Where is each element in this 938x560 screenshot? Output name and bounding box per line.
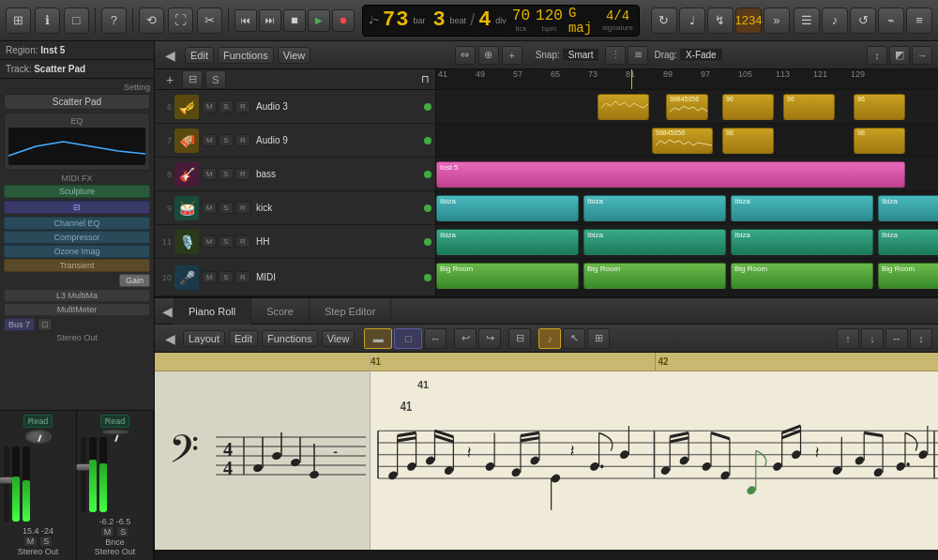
multimeter-btn[interactable]: MultIMeter bbox=[4, 303, 150, 316]
track-r-9[interactable]: R bbox=[235, 202, 250, 214]
tab-score[interactable]: Score bbox=[251, 298, 310, 325]
zoom-tool[interactable]: ◩ bbox=[889, 46, 910, 65]
waveform-tool-2[interactable]: ≋ bbox=[628, 46, 648, 65]
region-hh-1[interactable]: Big Room bbox=[436, 263, 579, 289]
region-kick-1[interactable]: Ibiza bbox=[436, 195, 579, 221]
region-teal2-3[interactable]: Ibiza bbox=[731, 229, 873, 255]
track-m-7[interactable]: M bbox=[202, 134, 217, 146]
scatter-pad-label[interactable]: Scatter Pad bbox=[4, 94, 150, 110]
transient-btn[interactable]: Transient bbox=[4, 259, 150, 272]
solo-btn-left[interactable]: S bbox=[39, 536, 53, 547]
collapse-btn[interactable]: ⊓ bbox=[421, 73, 430, 85]
region-hh-4[interactable]: Big Room bbox=[878, 263, 938, 289]
track-m-8[interactable]: M bbox=[202, 168, 217, 180]
ozone-btn[interactable]: Ozone Imag bbox=[4, 245, 150, 258]
read-mode-right[interactable]: Read bbox=[100, 415, 130, 428]
track-r-8[interactable]: R bbox=[235, 168, 250, 180]
track-m-extra[interactable]: M bbox=[202, 271, 217, 283]
master-btn[interactable]: 1234 bbox=[735, 8, 762, 34]
toolbar-icon-7[interactable]: ✂ bbox=[197, 8, 222, 34]
solo-btn-right[interactable]: S bbox=[116, 526, 129, 537]
track-name-11[interactable]: HH bbox=[253, 235, 421, 248]
editor-nav-back[interactable]: ◀ bbox=[155, 298, 174, 325]
track-name-6[interactable]: Audio 3 bbox=[253, 100, 421, 113]
region-kick-2[interactable]: Ibiza bbox=[583, 195, 726, 221]
ed-edit-menu[interactable]: Edit bbox=[229, 330, 258, 347]
track-name-9[interactable]: kick bbox=[253, 202, 421, 214]
channel-eq-btn[interactable]: Channel EQ bbox=[4, 217, 150, 230]
ed-tool-3[interactable]: ↔ bbox=[424, 328, 446, 349]
midi-tool[interactable]: ⊟ bbox=[182, 70, 203, 89]
tab-step-editor[interactable]: Step Editor bbox=[310, 298, 391, 325]
track-name-7[interactable]: Audio 9 bbox=[253, 134, 421, 146]
compressor-btn[interactable]: Compressor bbox=[4, 231, 150, 244]
move-tool[interactable]: ⊕ bbox=[478, 46, 499, 65]
region-bass-inst5[interactable]: Inst 5 bbox=[436, 161, 905, 188]
route-btn[interactable]: ⊡ bbox=[38, 318, 53, 331]
tab-piano-roll[interactable]: Piano Roll bbox=[174, 298, 251, 325]
track-name-8[interactable]: bass bbox=[253, 168, 421, 180]
track-s-extra[interactable]: S bbox=[219, 271, 234, 283]
ed-functions-menu[interactable]: Functions bbox=[262, 330, 318, 347]
track-m-9[interactable]: M bbox=[202, 202, 217, 214]
ed-view-menu[interactable]: View bbox=[322, 330, 356, 347]
drag-value[interactable]: X-Fade bbox=[679, 48, 723, 62]
transport-record[interactable]: ⏺ bbox=[332, 9, 355, 32]
scale-tool[interactable]: ⇔ bbox=[455, 46, 476, 65]
region-audio9-3[interactable]: 9E bbox=[854, 128, 905, 154]
resize-tool[interactable]: ↕ bbox=[867, 46, 887, 65]
track-s-8[interactable]: S bbox=[219, 168, 234, 180]
region-kick-4[interactable]: Ibiza bbox=[878, 195, 938, 221]
ed-tool-note[interactable]: ♪ bbox=[538, 328, 561, 349]
l3-btn[interactable]: L3 MultiMa bbox=[4, 289, 150, 302]
toolbar-icon-5[interactable]: ⟲ bbox=[139, 8, 164, 34]
sculpture-btn[interactable]: Sculpture bbox=[4, 185, 150, 198]
nav-back[interactable]: ◀ bbox=[160, 48, 179, 63]
ed-tool-redo[interactable]: ↪ bbox=[478, 328, 501, 349]
ed-tool-zoom-up[interactable]: ↑ bbox=[837, 328, 859, 349]
region-audio9-1[interactable]: 98845056 bbox=[652, 128, 713, 154]
track-name-extra[interactable]: MIDI bbox=[253, 271, 421, 283]
crosshair-tool[interactable]: + bbox=[502, 46, 522, 65]
eq-display[interactable] bbox=[8, 128, 145, 165]
region-audio3-4[interactable]: 96 bbox=[783, 94, 835, 120]
region-hh-3[interactable]: Big Room bbox=[731, 263, 873, 289]
toolbar-icon-2[interactable]: ℹ bbox=[35, 8, 60, 34]
read-mode-left[interactable]: Read bbox=[23, 415, 53, 428]
count-in-btn[interactable]: ↯ bbox=[707, 8, 734, 34]
mute-btn-right[interactable]: M bbox=[100, 526, 115, 537]
knob-left[interactable] bbox=[25, 430, 52, 444]
notes-view-btn[interactable]: ♪ bbox=[822, 8, 848, 34]
view-menu[interactable]: View bbox=[278, 47, 311, 64]
toolbar-icon-3[interactable]: □ bbox=[64, 8, 89, 34]
track-s-6[interactable]: S bbox=[219, 100, 234, 113]
track-r-7[interactable]: R bbox=[235, 134, 250, 146]
scroll-right[interactable]: → bbox=[912, 46, 932, 65]
transport-forward[interactable]: ⏭ bbox=[259, 9, 281, 32]
transport-play[interactable]: ▶ bbox=[308, 9, 330, 32]
ed-layout-menu[interactable]: Layout bbox=[183, 330, 225, 347]
mixer-btn[interactable]: ≡ bbox=[906, 8, 932, 34]
waveform-tool-1[interactable]: ⋮ bbox=[605, 46, 626, 65]
region-kick-3[interactable]: Ibiza bbox=[731, 195, 873, 221]
region-audio3-1[interactable] bbox=[598, 94, 649, 120]
region-audio3-5[interactable]: 96 bbox=[854, 94, 905, 120]
region-teal2-2[interactable]: Ibiza bbox=[583, 229, 726, 255]
loop-btn[interactable]: ↺ bbox=[850, 8, 876, 34]
gain-btn[interactable]: Gain bbox=[119, 274, 150, 287]
track-r-6[interactable]: R bbox=[235, 100, 250, 113]
ed-tool-right-2[interactable]: ↕ bbox=[910, 328, 932, 349]
toolbar-icon-1[interactable]: ⊞ bbox=[6, 8, 31, 34]
cycle-btn[interactable]: ↻ bbox=[651, 8, 677, 34]
track-r-extra[interactable]: R bbox=[235, 271, 250, 283]
track-s-9[interactable]: S bbox=[219, 202, 234, 214]
mute-btn-left[interactable]: M bbox=[23, 536, 38, 547]
ed-tool-cursor[interactable]: ↖ bbox=[563, 328, 585, 349]
edit-menu[interactable]: Edit bbox=[185, 47, 214, 64]
track-m-11[interactable]: M bbox=[202, 235, 217, 248]
transport-back[interactable]: ⏮ bbox=[234, 9, 257, 32]
transport-stop[interactable]: ⏹ bbox=[283, 9, 306, 32]
ed-tool-zoom-down[interactable]: ↓ bbox=[861, 328, 884, 349]
link-btn[interactable]: ⊟ bbox=[4, 201, 150, 214]
ed-tool-filter[interactable]: ⊟ bbox=[508, 328, 531, 349]
